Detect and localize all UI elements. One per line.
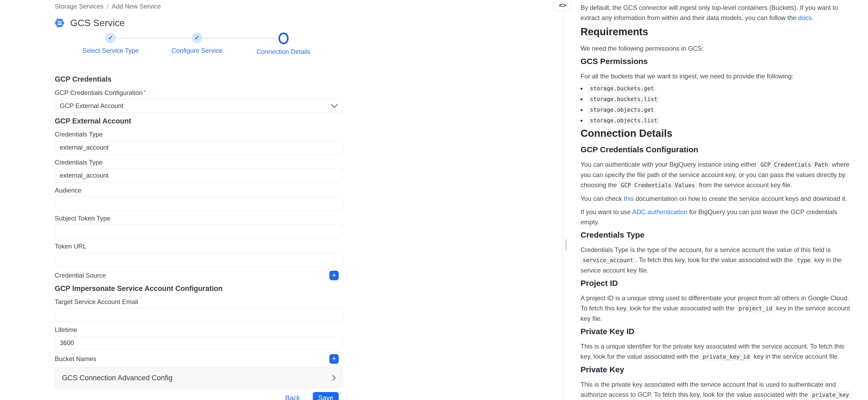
plus-icon: + <box>332 355 337 363</box>
bullet-dot <box>581 88 582 90</box>
docs-paragraph: We need the following permissions in GCS… <box>581 43 856 54</box>
chevron-down-icon <box>331 104 338 108</box>
inline-code: type <box>795 256 812 264</box>
permission-code: storage.buckets.list <box>588 95 659 103</box>
bullet-dot <box>581 109 582 111</box>
select-value: GCP External Account <box>60 102 123 110</box>
field-label: Credentials Type <box>55 131 343 138</box>
inline-code: GCP Credentials Path <box>758 161 830 169</box>
doc-link[interactable]: ADC authentication <box>632 208 687 215</box>
docs-paragraph: For all the buckets that we want to inge… <box>581 71 856 81</box>
gcs-advanced-config-expander[interactable]: GCS Connection Advanced Config <box>55 367 343 388</box>
field-label: Lifetime <box>55 326 343 334</box>
docs-heading-requirements: Requirements <box>581 26 856 38</box>
step-label: Connection Details <box>256 48 310 56</box>
field-label: Credentials Type <box>55 159 343 166</box>
step-done-check-icon: ✓ <box>105 33 116 43</box>
required-marker: * <box>144 89 146 96</box>
docs-scrollbar-thumb[interactable] <box>565 239 567 251</box>
step-done-check-icon: ✓ <box>192 33 202 43</box>
lifetime-input[interactable] <box>55 336 343 350</box>
permission-item: storage.buckets.get <box>581 85 856 93</box>
inline-code: GCP Credentials Values <box>619 181 697 189</box>
panel-divider <box>563 11 563 400</box>
permission-code: storage.buckets.get <box>588 85 656 93</box>
field-label: Bucket Names <box>55 355 96 363</box>
back-button[interactable]: Back <box>283 394 302 400</box>
bullet-dot <box>581 98 582 100</box>
docs-heading-gcp-credentials-configuration: GCP Credentials Configuration <box>581 145 856 154</box>
field-lifetime: Lifetime <box>55 326 343 350</box>
gcs-service-icon <box>55 19 64 27</box>
field-token-url: Token URL <box>55 243 343 266</box>
docs-paragraph: This is the private key associated with … <box>581 379 856 400</box>
add-bucket-name-button[interactable]: + <box>329 354 339 364</box>
form-footer: Back Save <box>55 392 343 400</box>
bucket-names-row: Bucket Names + <box>55 354 343 364</box>
docs-paragraph: A project ID is a unique string used to … <box>581 293 856 324</box>
docs-heading-private-key: Private Key <box>581 365 856 374</box>
field-label: Token URL <box>55 243 343 250</box>
docs-heading-private-key-id: Private Key ID <box>581 327 856 336</box>
chevron-right-icon <box>332 375 336 381</box>
section-gcp-external-account: GCP External Account <box>55 117 343 125</box>
credential-source-row: Credential Source + <box>55 271 343 280</box>
docs-paragraph: You can authenticate with your BigQuery … <box>581 160 856 190</box>
credentials-configuration-select[interactable]: GCP External Account <box>55 99 343 113</box>
docs-paragraph: You can check this documentation on how … <box>581 194 856 204</box>
doc-link[interactable]: this <box>624 195 634 202</box>
inline-code: project_id <box>736 304 774 312</box>
field-target-service-account-email: Target Service Account Email <box>55 298 343 322</box>
docs-panel: By default, the GCS connector will inges… <box>581 0 856 400</box>
permissions-list: storage.buckets.get storage.buckets.list… <box>581 85 856 125</box>
credentials-type-input[interactable] <box>55 169 343 182</box>
field-label: Audience <box>55 187 343 194</box>
breadcrumb-storage-services[interactable]: Storage Services <box>55 3 103 10</box>
advanced-config-label: GCS Connection Advanced Config <box>62 374 173 382</box>
breadcrumb-separator: / <box>107 3 108 10</box>
inline-code: service_account <box>581 256 636 264</box>
breadcrumb-add-new-service: Add New Service <box>112 3 161 10</box>
field-label: Target Service Account Email <box>55 298 343 306</box>
code-view-toggle-button[interactable]: <> <box>554 0 572 11</box>
doc-link[interactable]: docs <box>798 14 812 21</box>
stepper: ✓ Select Service Type ✓ Configure Servic… <box>55 31 343 60</box>
save-button[interactable]: Save <box>313 392 339 400</box>
field-label: Subject Token Type <box>55 215 343 222</box>
step-select-service-type[interactable]: ✓ Select Service Type <box>82 31 139 55</box>
subject-token-type-input[interactable] <box>55 225 343 238</box>
breadcrumb: Storage Services / Add New Service <box>55 3 343 10</box>
permission-item: storage.objects.list <box>581 116 856 125</box>
docs-intro-paragraph: By default, the GCS connector will inges… <box>581 3 856 23</box>
step-configure-service[interactable]: ✓ Configure Service <box>172 31 223 55</box>
field-credentials-type-2: Credentials Type <box>55 159 343 182</box>
step-label: Select Service Type <box>82 47 139 55</box>
docs-heading-project-id: Project ID <box>581 279 856 288</box>
section-gcp-impersonate: GCP Impersonate Service Account Configur… <box>55 285 343 293</box>
field-audience: Audience <box>55 187 343 210</box>
add-service-form-panel: Storage Services / Add New Service GCS S… <box>55 0 343 400</box>
plus-icon: + <box>332 271 337 279</box>
docs-heading-connection-details: Connection Details <box>581 128 856 139</box>
permission-code: storage.objects.list <box>588 116 659 125</box>
docs-heading-credentials-type: Credentials Type <box>581 230 856 239</box>
add-credential-source-button[interactable]: + <box>329 271 339 280</box>
docs-paragraph: Credentials Type is the type of the acco… <box>581 245 856 275</box>
title-row: GCS Service <box>55 18 343 28</box>
code-icon: <> <box>559 2 567 9</box>
inline-code: private_key_id <box>701 353 752 361</box>
permission-code: storage.objects.get <box>588 106 656 114</box>
field-label: Credential Source <box>55 272 106 279</box>
audience-input[interactable] <box>55 197 343 210</box>
step-connection-details[interactable]: Connection Details <box>256 31 310 56</box>
token-url-input[interactable] <box>55 253 343 266</box>
field-credentials-configuration: GCP Credentials Configuration* GCP Exter… <box>55 89 343 113</box>
target-service-account-email-input[interactable] <box>55 308 343 322</box>
permission-item: storage.buckets.list <box>581 95 856 103</box>
field-subject-token-type: Subject Token Type <box>55 215 343 238</box>
credentials-type-input[interactable] <box>55 140 343 155</box>
docs-paragraph: If you want to use ADC authentication fo… <box>581 207 856 227</box>
page-title: GCS Service <box>70 18 125 28</box>
step-label: Configure Service <box>172 47 223 55</box>
bullet-dot <box>581 120 582 122</box>
